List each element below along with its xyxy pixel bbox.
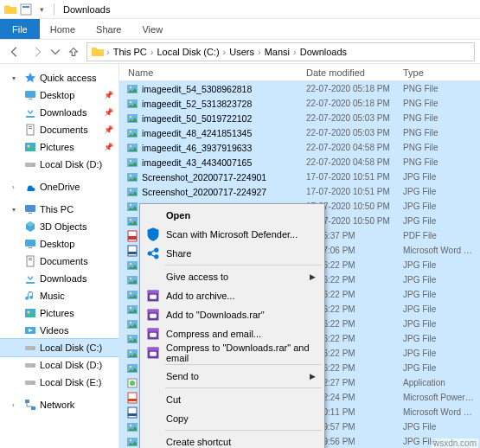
file-date: 22-07-2020 05:03 PM <box>301 113 398 123</box>
tab-home[interactable]: Home <box>40 19 86 39</box>
file-type: PNG File <box>398 113 480 123</box>
chevron-right-icon[interactable]: › <box>293 47 297 57</box>
context-menu[interactable]: OpenScan with Microsoft Defender...Share… <box>139 203 325 448</box>
file-row[interactable]: imageedit_46_393791963322-07-2020 04:58 … <box>119 140 480 155</box>
3d-icon <box>24 221 36 233</box>
tab-file[interactable]: File <box>0 19 40 39</box>
sidebar-item[interactable]: Documents📌 <box>0 121 118 138</box>
menu-item[interactable]: Create shortcut <box>142 432 323 448</box>
chevron-down-icon[interactable]: ▾ <box>12 206 21 214</box>
sidebar-item[interactable]: Local Disk (E:) <box>0 374 118 391</box>
sidebar-item[interactable]: Documents <box>0 253 118 270</box>
svg-rect-1 <box>22 6 29 8</box>
chevron-down-icon[interactable]: ▾ <box>12 74 21 82</box>
sidebar-this-pc[interactable]: ▾ This PC <box>0 201 118 218</box>
menu-item[interactable]: Add to "Downloads.rar" <box>142 305 323 324</box>
menu-item[interactable]: Give access to▶ <box>142 267 323 286</box>
menu-item[interactable]: Cut <box>142 390 323 409</box>
sidebar-label: Network <box>40 400 74 410</box>
sidebar-item[interactable]: Desktop📌 <box>0 86 118 104</box>
breadcrumb-item[interactable]: Mansi <box>263 47 291 57</box>
sidebar-item[interactable]: Local Disk (D:) <box>0 156 118 173</box>
sidebar-item[interactable]: Videos <box>0 322 118 339</box>
chevron-right-icon[interactable]: › <box>258 47 261 57</box>
sidebar-item[interactable]: Desktop <box>0 235 118 253</box>
sidebar-network[interactable]: › Network <box>0 396 118 413</box>
forward-button[interactable] <box>28 42 47 61</box>
svg-rect-2 <box>25 91 35 98</box>
properties-icon[interactable] <box>19 3 33 16</box>
tab-share[interactable]: Share <box>86 19 131 39</box>
breadcrumb-item[interactable]: Local Disk (C:) <box>155 47 221 57</box>
column-type[interactable]: Type <box>398 67 480 78</box>
file-row[interactable]: Screenshot_20200717-22490117-07-2020 10:… <box>119 170 480 184</box>
sidebar-item[interactable]: Pictures📌 <box>0 138 118 156</box>
sidebar-item[interactable]: Downloads📌 <box>0 104 118 121</box>
separator <box>54 3 54 16</box>
chevron-right-icon[interactable]: › <box>12 401 21 409</box>
column-date[interactable]: Date modified <box>301 67 398 78</box>
file-date: 17-07-2020 10:51 PM <box>301 187 398 196</box>
history-dropdown-icon[interactable] <box>50 42 61 61</box>
menu-item[interactable]: Share <box>142 244 323 263</box>
menu-item[interactable]: Scan with Microsoft Defender... <box>142 225 323 244</box>
tab-view[interactable]: View <box>131 19 173 39</box>
title-bar: ▾ Downloads <box>0 0 480 19</box>
column-name[interactable]: Name <box>119 67 301 78</box>
menu-separator <box>165 387 322 388</box>
svg-rect-53 <box>128 246 137 256</box>
file-row[interactable]: imageedit_48_424185134522-07-2020 05:03 … <box>119 125 480 140</box>
chevron-right-icon[interactable]: › <box>12 183 21 191</box>
sidebar-item[interactable]: Downloads <box>0 270 118 287</box>
file-type: JPG File <box>398 216 480 226</box>
up-button[interactable] <box>64 42 83 61</box>
chevron-right-icon[interactable]: › <box>223 47 227 57</box>
menu-separator <box>165 265 322 266</box>
svg-point-56 <box>130 262 132 265</box>
file-row[interactable]: imageedit_54_530896281822-07-2020 05:18 … <box>119 81 480 96</box>
ribbon-tabs: File Home Share View <box>0 19 480 40</box>
breadcrumb-item[interactable]: Users <box>227 47 256 57</box>
sidebar-quick-access[interactable]: ▾ Quick access <box>0 69 118 86</box>
desktop-icon <box>24 238 36 250</box>
breadcrumb-item[interactable]: This PC <box>112 47 149 57</box>
chevron-right-icon[interactable]: › <box>106 47 110 57</box>
sidebar-item[interactable]: Local Disk (C:) <box>0 339 118 356</box>
svg-point-42 <box>130 159 132 162</box>
back-button[interactable] <box>5 42 24 61</box>
folder-icon <box>3 3 17 16</box>
file-name: imageedit_43_4434007165 <box>142 157 296 168</box>
sidebar-item[interactable]: Local Disk (D:) <box>0 356 118 374</box>
file-row[interactable]: Screenshot_20200717-22492717-07-2020 10:… <box>119 184 480 199</box>
nav-pane[interactable]: ▾ Quick access Desktop📌Downloads📌Documen… <box>0 64 119 448</box>
sidebar-item-label: Documents <box>40 256 88 266</box>
svg-rect-54 <box>128 252 137 254</box>
qat-dropdown-icon[interactable]: ▾ <box>35 3 48 16</box>
sidebar-item-label: Local Disk (D:) <box>40 360 102 370</box>
sidebar-item[interactable]: Pictures <box>0 304 118 322</box>
sidebar-onedrive[interactable]: › OneDrive <box>0 178 118 195</box>
menu-item[interactable]: Add to archive... <box>142 286 323 305</box>
videos-icon <box>24 324 36 336</box>
chevron-right-icon[interactable]: › <box>150 47 154 57</box>
file-row[interactable]: imageedit_52_531382372822-07-2020 05:18 … <box>119 96 480 111</box>
menu-item[interactable]: Send to▶ <box>142 367 323 386</box>
rar-icon <box>145 345 161 361</box>
drive-icon <box>24 158 36 170</box>
file-type: JPG File <box>398 275 480 285</box>
breadcrumb[interactable]: › This PC › Local Disk (C:) › Users › Ma… <box>86 42 475 61</box>
sidebar-item[interactable]: Music <box>0 287 118 304</box>
svg-rect-3 <box>29 99 32 99</box>
menu-item-label: Cut <box>166 394 181 405</box>
menu-item[interactable]: Compress and email... <box>142 324 323 343</box>
file-icon <box>126 186 138 198</box>
file-row[interactable]: imageedit_50_501972210222-07-2020 05:03 … <box>119 111 480 125</box>
svg-rect-17 <box>29 258 32 259</box>
menu-item[interactable]: Compress to "Downloads.rar" and email <box>142 343 323 362</box>
breadcrumb-item[interactable]: Downloads <box>298 47 349 57</box>
menu-separator <box>165 364 322 365</box>
menu-item[interactable]: Open <box>142 206 323 225</box>
sidebar-item[interactable]: 3D Objects <box>0 218 118 235</box>
file-row[interactable]: imageedit_43_443400716522-07-2020 04:58 … <box>119 155 480 170</box>
menu-item[interactable]: Copy <box>142 409 323 428</box>
